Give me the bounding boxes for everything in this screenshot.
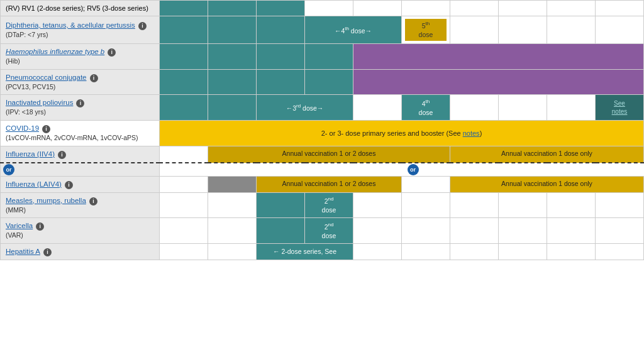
or-badge-left: or [3, 164, 14, 175]
pcv-link[interactable]: Pneumococcal conjugate [6, 74, 87, 81]
cell-rv-7 [450, 1, 499, 16]
cell-var-3 [257, 218, 305, 244]
cell-var-1 [160, 218, 208, 244]
cell-ipv-6: 4thdose [402, 95, 450, 121]
cell-hepa-series: ← 2-dose series, See [257, 244, 353, 260]
hib-link[interactable]: Haemophilus influenzae type b [6, 48, 104, 55]
table-row-hib: Haemophilus influenzae type b i (Hib) [1, 44, 644, 70]
iiv4-info-icon[interactable]: i [58, 151, 66, 159]
dtap-dose5-label: 5thdose [405, 19, 447, 41]
iiv4-annual-text2: Annual vaccination 1 dose only [453, 150, 640, 158]
laiv4-info-icon[interactable]: i [65, 181, 73, 189]
cell-rv-10 [596, 1, 644, 16]
vaccine-name-dtap: Diphtheria, tetanus, & acellular pertuss… [1, 16, 160, 44]
hepa-info-icon[interactable]: i [43, 248, 52, 256]
cell-mmr-8 [499, 192, 547, 218]
cell-laiv4-2 [208, 176, 257, 192]
cell-dtap-6: 5thdose [402, 16, 450, 44]
hib-info-icon[interactable]: i [108, 48, 116, 57]
dtap-info-icon[interactable]: i [138, 22, 147, 30]
varicella-info-icon[interactable]: i [36, 222, 44, 231]
table-row-iiv4: Influenza (IIV4) i Annual vaccination 1 … [1, 146, 644, 163]
ipv-dose3-label: ←3rd dose→ [260, 102, 350, 112]
cell-hepa-9 [547, 244, 596, 260]
cell-ipv-5 [353, 95, 402, 121]
covid-sub: (1vCOV-mRNA, 2vCOV-mRNA, 1vCOV-aPS) [6, 134, 154, 143]
cell-var-8 [499, 218, 547, 244]
hepa-link[interactable]: Hepatitis A [6, 248, 40, 255]
vaccine-name-iiv4: Influenza (IIV4) i [1, 146, 160, 163]
cell-hib-2 [208, 44, 257, 70]
cell-ipv-7 [450, 95, 499, 121]
cell-hib-3 [257, 44, 305, 70]
table-row-varicella: Varicella i (VAR) 2nddose [1, 218, 644, 244]
table-row-ipv: Inactivated poliovirus i (IPV: <18 yrs) … [1, 95, 644, 121]
cell-iiv4-1 [160, 146, 208, 163]
ipv-link[interactable]: Inactivated poliovirus [6, 99, 73, 106]
pcv-sub: (PCV13, PCV15) [6, 83, 154, 92]
cell-laiv4-annual2: Annual vaccination 1 dose only [450, 176, 644, 192]
ipv-see-notes[interactable]: Seenotes [599, 99, 640, 116]
covid-notes-link[interactable]: notes [463, 129, 480, 137]
cell-pcv-purple [353, 69, 644, 95]
mmr-dose2-label: 2nddose [308, 195, 350, 215]
or-label-left: or [1, 163, 160, 177]
hepa-series-label: ← 2-dose series, See [260, 247, 350, 256]
cell-hepa-1 [160, 244, 208, 260]
cell-mmr-1 [160, 192, 208, 218]
vaccine-name-mmr: Measles, mumps, rubella i (MMR) [1, 192, 160, 218]
dtap-dose4-label: ←4th dose→ [308, 25, 398, 35]
vaccine-name-rv: (RV) RV1 (2-dose series); RV5 (3-dose se… [1, 1, 160, 16]
varicella-link[interactable]: Varicella [6, 222, 33, 229]
iiv4-link[interactable]: Influenza (IIV4) [6, 150, 55, 158]
or-badge-right: or [408, 164, 419, 175]
covid-info-icon[interactable]: i [42, 125, 50, 133]
table-row: (RV) RV1 (2-dose series); RV5 (3-dose se… [1, 1, 644, 16]
covid-series-cell: 2- or 3- dose primary series and booster… [160, 121, 644, 146]
laiv4-link[interactable]: Influenza (LAIV4) [6, 180, 62, 188]
hib-sub: (Hib) [6, 57, 154, 66]
cell-hepa-6 [402, 244, 450, 260]
cell-rv-9 [547, 1, 596, 16]
var-dose2-label: 2nddose [308, 221, 350, 241]
cell-rv-6 [402, 1, 450, 16]
cell-rv-4 [305, 1, 353, 16]
table-row-laiv4: Influenza (LAIV4) i Annual vaccination 1… [1, 176, 644, 192]
covid-link[interactable]: COVID-19 [6, 124, 39, 132]
laiv4-annual-text2: Annual vaccination 1 dose only [453, 180, 640, 189]
cell-dtap-3 [257, 16, 305, 44]
cell-mmr-7 [450, 192, 499, 218]
cell-mmr-10 [596, 192, 644, 218]
ipv-info-icon[interactable]: i [76, 99, 84, 107]
cell-mmr-2 [208, 192, 257, 218]
ipv-sub: (IPV: <18 yrs) [6, 108, 154, 117]
cell-ipv-2 [208, 95, 257, 121]
dtap-sub: (DTaP: <7 yrs) [6, 31, 154, 40]
vaccine-name-hepa: Hepatitis A i [1, 244, 160, 260]
cell-dtap-8 [499, 16, 547, 44]
table-row-covid: COVID-19 i (1vCOV-mRNA, 2vCOV-mRNA, 1vCO… [1, 121, 644, 146]
cell-dtap-7 [450, 16, 499, 44]
cell-mmr-6 [402, 192, 450, 218]
mmr-info-icon[interactable]: i [89, 197, 97, 206]
cell-dtap-4: ←4th dose→ [305, 16, 402, 44]
cell-laiv4-1 [160, 176, 208, 192]
cell-pcv-1 [160, 69, 208, 95]
cell-mmr-4: 2nddose [305, 192, 353, 218]
pcv-info-icon[interactable]: i [90, 74, 98, 82]
cell-pcv-2 [208, 69, 257, 95]
vaccine-name-varicella: Varicella i (VAR) [1, 218, 160, 244]
iiv4-annual-text1: Annual vaccination 1 or 2 doses [211, 150, 447, 158]
cell-ipv-1 [160, 95, 208, 121]
cell-var-4: 2nddose [305, 218, 353, 244]
dtap-link[interactable]: Diphtheria, tetanus, & acellular pertuss… [6, 21, 135, 29]
cell-hib-1 [160, 44, 208, 70]
cell-var-7 [450, 218, 499, 244]
table-row-pcv: Pneumococcal conjugate i (PCV13, PCV15) [1, 69, 644, 95]
cell-laiv4-annual1: Annual vaccination 1 or 2 doses [257, 176, 402, 192]
cell-ipv-10: Seenotes [596, 95, 644, 121]
mmr-link[interactable]: Measles, mumps, rubella [6, 197, 86, 204]
cell-rv-8 [499, 1, 547, 16]
cell-mmr-5 [353, 192, 402, 218]
vaccine-name-laiv4: Influenza (LAIV4) i [1, 176, 160, 192]
